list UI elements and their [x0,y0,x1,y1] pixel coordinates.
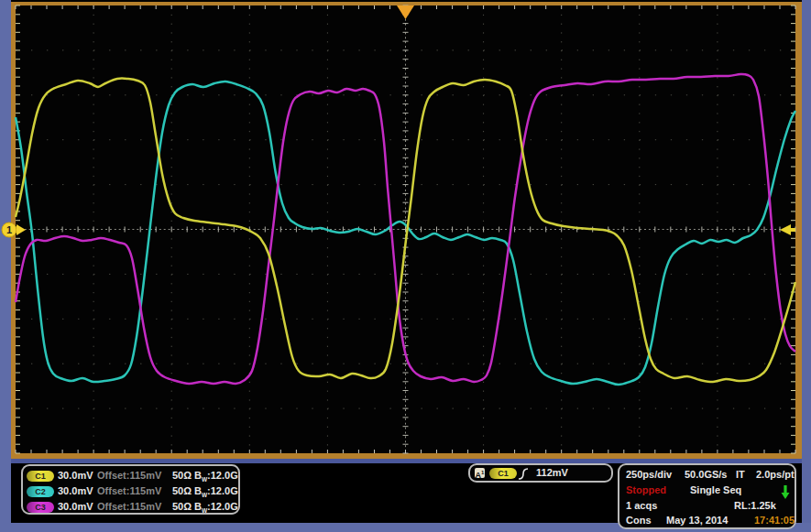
svg-text:1: 1 [6,224,12,235]
